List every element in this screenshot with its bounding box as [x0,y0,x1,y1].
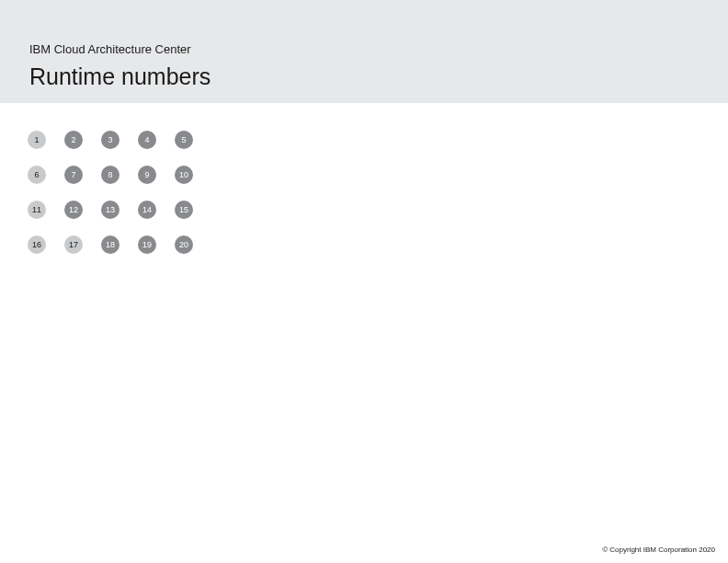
number-badge: 16 [28,236,46,254]
number-badge: 8 [101,166,119,184]
number-badge: 20 [175,236,193,254]
number-badge: 13 [101,201,119,219]
footer-copyright: © Copyright IBM Corporation 2020 [602,546,715,554]
number-badge: 3 [101,131,119,149]
grid-row: 6 7 8 9 10 [28,166,728,184]
number-badge: 1 [28,131,46,149]
number-badge: 7 [64,166,83,184]
number-badge: 10 [175,166,193,184]
number-badge: 19 [138,236,156,254]
grid-row: 16 17 18 19 20 [28,236,728,254]
number-badge: 18 [101,236,119,254]
page-subtitle: IBM Cloud Architecture Center [29,42,728,56]
header-band: IBM Cloud Architecture Center Runtime nu… [0,0,728,103]
grid-row: 1 2 3 4 5 [28,131,728,149]
number-badge: 17 [64,236,83,254]
page-title: Runtime numbers [29,63,728,90]
number-badge: 4 [138,131,156,149]
number-badge: 9 [138,166,156,184]
number-badge: 12 [64,201,83,219]
number-grid: 1 2 3 4 5 6 7 8 9 10 11 12 13 14 15 16 1… [0,103,728,254]
number-badge: 11 [28,201,46,219]
number-badge: 15 [175,201,193,219]
number-badge: 6 [28,166,46,184]
grid-row: 11 12 13 14 15 [28,201,728,219]
number-badge: 14 [138,201,156,219]
number-badge: 2 [64,131,83,149]
number-badge: 5 [175,131,193,149]
